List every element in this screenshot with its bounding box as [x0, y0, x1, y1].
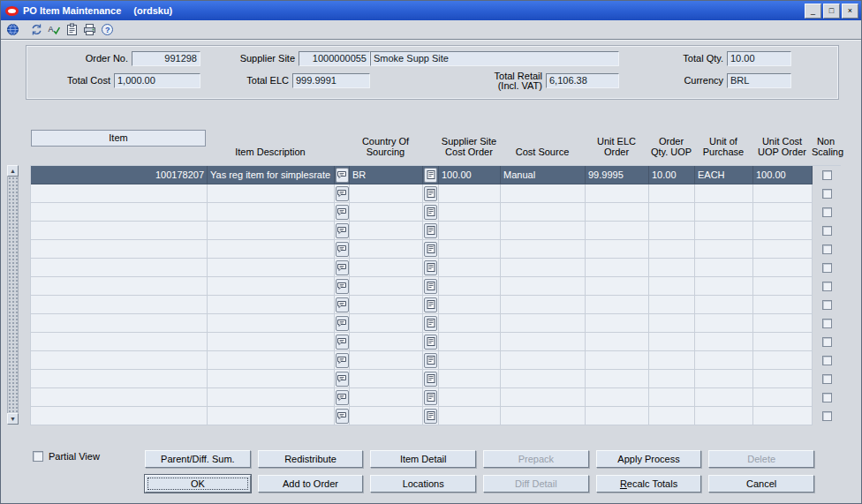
- notes-icon[interactable]: [424, 223, 437, 238]
- cell-unit_elc_order[interactable]: [586, 259, 649, 277]
- order-no-field[interactable]: 991298: [132, 51, 200, 66]
- cell-country_of_sourcing[interactable]: [350, 388, 423, 407]
- clipboard-icon[interactable]: [63, 21, 80, 38]
- cell-unit_elc_order[interactable]: 99.9995: [586, 166, 649, 184]
- comments-icon[interactable]: [336, 297, 349, 312]
- cell-cost_source[interactable]: [501, 407, 586, 425]
- partial-view-checkbox[interactable]: [33, 451, 43, 462]
- cell-cost_source[interactable]: [501, 370, 586, 388]
- cell-country_of_sourcing[interactable]: [350, 333, 423, 351]
- non-scaling-checkbox[interactable]: [822, 374, 832, 384]
- comments-icon[interactable]: [336, 316, 349, 331]
- cell-unit_cost_uop_order[interactable]: [753, 259, 813, 277]
- notes-icon[interactable]: [424, 279, 437, 294]
- scroll-track[interactable]: [7, 177, 19, 413]
- cell-unit_of_purchase[interactable]: [695, 259, 753, 277]
- cell-supplier_site_cost_order[interactable]: [439, 240, 501, 259]
- cell-unit_cost_uop_order[interactable]: [753, 314, 813, 333]
- table-row[interactable]: [31, 407, 841, 425]
- non-scaling-checkbox[interactable]: [822, 337, 832, 347]
- cell-cost_source[interactable]: [501, 314, 586, 333]
- cell-supplier_site_cost_order[interactable]: [439, 388, 501, 407]
- cell-unit_of_purchase[interactable]: [695, 222, 753, 240]
- comments-icon[interactable]: [336, 279, 349, 294]
- total-qty-field[interactable]: 10.00: [727, 51, 791, 66]
- cell-cost_source[interactable]: [501, 296, 586, 314]
- cell-unit_elc_order[interactable]: [586, 277, 649, 296]
- cell-item_description[interactable]: [208, 351, 335, 370]
- cell-cost_source[interactable]: [501, 259, 586, 277]
- cell-supplier_site_cost_order[interactable]: [439, 184, 501, 203]
- cell-unit_elc_order[interactable]: [586, 296, 649, 314]
- record-scrollbar[interactable]: ▲ ▼: [7, 165, 19, 425]
- table-row[interactable]: [31, 314, 841, 333]
- supplier-site-name-field[interactable]: Smoke Supp Site: [370, 51, 619, 66]
- cell-country_of_sourcing[interactable]: [350, 407, 423, 425]
- cell-cost_source[interactable]: [501, 203, 586, 222]
- cell-item[interactable]: [31, 240, 208, 259]
- non-scaling-checkbox[interactable]: [822, 189, 832, 199]
- cell-item_description[interactable]: [208, 314, 335, 333]
- cell-unit_cost_uop_order[interactable]: [753, 407, 813, 425]
- cell-unit_cost_uop_order[interactable]: [753, 222, 813, 240]
- cell-unit_elc_order[interactable]: [586, 370, 649, 388]
- notes-icon[interactable]: [424, 205, 437, 220]
- cell-unit_elc_order[interactable]: [586, 407, 649, 425]
- cell-item[interactable]: [31, 277, 208, 296]
- cell-country_of_sourcing[interactable]: [350, 259, 423, 277]
- locations-button[interactable]: Locations: [370, 475, 476, 493]
- cell-item_description[interactable]: [208, 333, 335, 351]
- non-scaling-checkbox[interactable]: [822, 319, 832, 328]
- minimize-button[interactable]: _: [805, 4, 821, 19]
- spellcheck-icon[interactable]: A: [45, 21, 63, 38]
- comments-icon[interactable]: [336, 242, 349, 257]
- cell-supplier_site_cost_order[interactable]: [439, 222, 501, 240]
- cell-item[interactable]: 100178207: [31, 166, 208, 184]
- cell-order_qty_uop[interactable]: [649, 259, 695, 277]
- cell-unit_cost_uop_order[interactable]: [753, 240, 813, 259]
- cell-item[interactable]: [31, 203, 208, 222]
- non-scaling-checkbox[interactable]: [822, 244, 832, 254]
- item-column-header[interactable]: Item: [31, 130, 206, 147]
- supplier-site-id-field[interactable]: 1000000055: [299, 51, 370, 66]
- cell-order_qty_uop[interactable]: [649, 388, 695, 407]
- cell-cost_source[interactable]: [501, 388, 586, 407]
- cell-cost_source[interactable]: [501, 333, 586, 351]
- cell-supplier_site_cost_order[interactable]: [439, 296, 501, 314]
- cell-order_qty_uop[interactable]: [649, 222, 695, 240]
- comments-icon[interactable]: [336, 260, 349, 275]
- cell-item_description[interactable]: [208, 370, 335, 388]
- cell-item[interactable]: [31, 388, 208, 407]
- comments-icon[interactable]: [336, 335, 349, 350]
- notes-icon[interactable]: [424, 390, 437, 405]
- notes-icon[interactable]: [424, 409, 437, 424]
- non-scaling-checkbox[interactable]: [822, 263, 832, 273]
- cell-unit_of_purchase[interactable]: [695, 296, 753, 314]
- cell-item_description[interactable]: [208, 407, 335, 425]
- help-icon[interactable]: ?: [98, 21, 116, 38]
- notes-icon[interactable]: [424, 168, 437, 183]
- cell-unit_of_purchase[interactable]: EACH: [695, 166, 753, 184]
- redistribute-button[interactable]: Redistribute: [258, 450, 364, 468]
- total-cost-field[interactable]: 1,000.00: [114, 73, 200, 88]
- cell-unit_of_purchase[interactable]: [695, 203, 753, 222]
- cell-item_description[interactable]: [208, 222, 335, 240]
- printer-icon[interactable]: [80, 21, 98, 38]
- table-row[interactable]: [31, 388, 841, 407]
- cell-unit_cost_uop_order[interactable]: 100.00: [753, 166, 813, 184]
- cell-item[interactable]: [31, 222, 208, 240]
- add-to-order-button[interactable]: Add to Order: [258, 475, 364, 493]
- cell-cost_source[interactable]: [501, 277, 586, 296]
- cell-supplier_site_cost_order[interactable]: [439, 407, 501, 425]
- cell-order_qty_uop[interactable]: [649, 277, 695, 296]
- non-scaling-checkbox[interactable]: [822, 170, 832, 180]
- comments-icon[interactable]: [336, 390, 349, 405]
- non-scaling-checkbox[interactable]: [822, 411, 832, 421]
- table-row[interactable]: [31, 277, 841, 296]
- cell-item_description[interactable]: [208, 203, 335, 222]
- apply-process-button[interactable]: Apply Process: [596, 450, 702, 468]
- cell-unit_cost_uop_order[interactable]: [753, 333, 813, 351]
- comments-icon[interactable]: [336, 409, 349, 424]
- cell-country_of_sourcing[interactable]: [350, 222, 423, 240]
- cell-unit_cost_uop_order[interactable]: [753, 184, 813, 203]
